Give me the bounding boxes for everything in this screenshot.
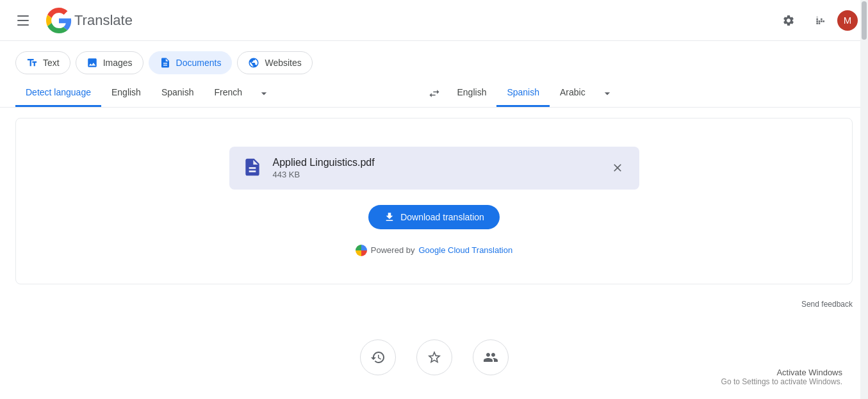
settings-button[interactable] [776,8,801,33]
community-button[interactable] [473,339,509,375]
scrollbar-thumb[interactable] [862,1,867,40]
google-color-icon [356,245,367,256]
target-lang-arabic[interactable]: Arabic [550,79,596,107]
main-content: Applied Linguistics.pdf 443 KB Download … [0,108,868,295]
saved-button[interactable] [416,339,452,375]
source-lang-group: Detect language English Spanish French [15,79,422,107]
star-icon [427,350,442,365]
target-lang-more-button[interactable] [596,82,619,105]
apps-button[interactable] [807,8,832,33]
swap-languages-button[interactable] [422,81,447,106]
swap-icon [428,87,441,100]
logo-text: Translate [74,12,133,29]
hamburger-menu-button[interactable] [10,8,36,33]
chevron-down-icon [258,87,270,100]
close-icon [611,161,624,174]
powered-by: Powered by Google Cloud Translation [356,245,512,256]
mode-tabs: Text Images Documents Websites [0,41,868,79]
header-right: M [776,8,858,33]
header-left: Translate [10,8,133,33]
target-lang-group: English Spanish Arabic [447,79,853,107]
tab-text[interactable]: Text [15,51,70,74]
remove-file-button[interactable] [609,159,626,177]
target-lang-english[interactable]: English [447,79,497,107]
source-lang-detect[interactable]: Detect language [15,79,101,107]
source-lang-english[interactable]: English [101,79,151,107]
source-lang-more-button[interactable] [252,82,275,105]
gear-icon [782,14,795,27]
download-icon [384,211,395,223]
tab-websites[interactable]: Websites [237,51,312,74]
target-lang-spanish[interactable]: Spanish [496,79,550,107]
history-icon [370,350,386,365]
source-lang-french[interactable]: French [204,79,252,107]
translate-area: Applied Linguistics.pdf 443 KB Download … [15,118,853,284]
tab-images[interactable]: Images [76,51,143,74]
file-info: Applied Linguistics.pdf 443 KB [242,157,375,179]
download-translation-button[interactable]: Download translation [368,205,500,229]
language-bar: Detect language English Spanish French E… [0,79,868,108]
apps-icon [813,14,826,27]
file-pdf-icon [242,157,263,179]
image-icon [86,57,98,69]
google-cloud-translation-link[interactable]: Google Cloud Translation [418,245,512,255]
globe-icon [248,57,259,69]
scrollbar[interactable] [860,0,868,388]
file-details: Applied Linguistics.pdf 443 KB [273,157,375,179]
chevron-down-icon [601,87,614,100]
app-header: Translate M [0,0,868,41]
logo[interactable]: Translate [46,8,133,33]
send-feedback-link[interactable]: Send feedback [0,295,868,314]
file-size: 443 KB [273,170,375,179]
history-button[interactable] [360,339,396,375]
people-icon [483,350,498,365]
file-card: Applied Linguistics.pdf 443 KB [229,147,639,190]
file-name: Applied Linguistics.pdf [273,157,375,168]
windows-activate-notice: Activate Windows Go to Settings to activ… [721,368,842,386]
tab-documents[interactable]: Documents [149,51,233,74]
text-icon [26,57,38,69]
source-lang-spanish[interactable]: Spanish [151,79,204,107]
document-icon [160,57,171,69]
avatar[interactable]: M [837,10,858,31]
